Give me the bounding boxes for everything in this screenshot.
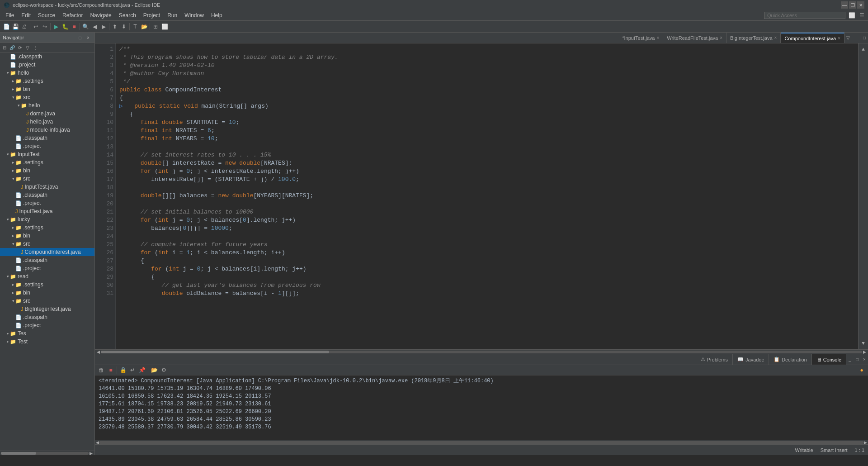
back-button[interactable]: ◀ bbox=[90, 22, 99, 31]
tree-item-src[interactable]: ▾ 📁 src bbox=[0, 175, 94, 183]
tree-item-.project[interactable]: 📄 .project bbox=[0, 199, 94, 207]
tree-item-bin[interactable]: ▸ 📁 bin bbox=[0, 85, 94, 93]
scroll-bottom-icon[interactable]: ▼ bbox=[859, 339, 868, 347]
forward-button[interactable]: ▶ bbox=[99, 22, 108, 31]
bottom-close-button[interactable]: × bbox=[861, 356, 868, 363]
console-hscrollbar[interactable]: ◀ ▶ bbox=[95, 440, 868, 444]
menu-project[interactable]: Project bbox=[140, 11, 164, 19]
navigator-minimize-button[interactable]: _ bbox=[68, 34, 75, 41]
tree-item-.settings[interactable]: ▸ 📁 .settings bbox=[0, 77, 94, 85]
menu-run[interactable]: Run bbox=[164, 11, 181, 19]
tab-close-0[interactable]: × bbox=[656, 35, 659, 40]
tab-close-3[interactable]: × bbox=[838, 36, 840, 41]
code-content[interactable]: /** * This program shows how to store ta… bbox=[116, 43, 858, 349]
tab-close-2[interactable]: × bbox=[774, 35, 777, 40]
next-edit-button[interactable]: ⬇ bbox=[119, 22, 128, 31]
editor-tab-1[interactable]: WriteReadFileTest.java× bbox=[663, 33, 726, 43]
undo-button[interactable]: ↩ bbox=[31, 22, 40, 31]
tree-item-.classpath[interactable]: 📄 .classpath bbox=[0, 52, 94, 61]
tree-item-dome.java[interactable]: J dome.java bbox=[0, 109, 94, 118]
tree-item-bin[interactable]: ▸ 📁 bin bbox=[0, 289, 94, 297]
console-hscroll-right[interactable]: ▶ bbox=[864, 440, 867, 445]
tree-item-.classpath[interactable]: 📄 .classpath bbox=[0, 191, 94, 199]
editor-tab-3[interactable]: CompoundInterest.java× bbox=[781, 33, 844, 43]
console-display-button[interactable]: ● bbox=[857, 366, 866, 375]
debug-button[interactable]: 🐛 bbox=[61, 22, 70, 31]
save-button[interactable]: 💾 bbox=[11, 22, 20, 31]
bottom-maximize-button[interactable]: □ bbox=[854, 356, 861, 363]
new-button[interactable]: 📄 bbox=[2, 22, 11, 31]
tree-item-bin[interactable]: ▸ 📁 bin bbox=[0, 232, 94, 240]
console-stop-button[interactable]: ■ bbox=[106, 366, 115, 375]
editor-minimize-button[interactable]: _ bbox=[854, 34, 861, 42]
bottom-tab-declaration[interactable]: 📋Declaration bbox=[769, 354, 812, 365]
bottom-tab-javadoc[interactable]: 📖Javadoc bbox=[733, 354, 769, 365]
perspective-button[interactable]: ⊞ bbox=[151, 22, 160, 31]
console-open-button[interactable]: 📂 bbox=[150, 366, 159, 375]
tree-item-src[interactable]: ▾ 📁 src bbox=[0, 297, 94, 305]
stop-button[interactable]: ■ bbox=[70, 22, 79, 31]
menu-source[interactable]: Source bbox=[34, 11, 59, 19]
menu-search[interactable]: Search bbox=[115, 11, 140, 19]
tree-item-hello[interactable]: ▾ 📁 hello bbox=[0, 101, 94, 109]
tree-item-bigintegertest.java[interactable]: J BigIntegerTest.java bbox=[0, 305, 94, 313]
hscroll-right-button[interactable]: ▶ bbox=[862, 350, 867, 354]
tree-item-read[interactable]: ▾ 📁 read bbox=[0, 272, 94, 281]
code-hscrollbar[interactable]: ◀ ▶ bbox=[95, 349, 868, 354]
tab-list-button[interactable]: ▽ bbox=[844, 34, 852, 42]
close-button[interactable]: ✕ bbox=[857, 1, 864, 9]
tab-close-1[interactable]: × bbox=[720, 35, 722, 40]
tree-item-.project[interactable]: 📄 .project bbox=[0, 321, 94, 329]
menu-file[interactable]: File bbox=[2, 11, 18, 19]
menu-window[interactable]: Window bbox=[181, 11, 208, 19]
toolbar-icon-1[interactable]: ⬜ bbox=[847, 11, 856, 20]
tree-item-lucky[interactable]: ▾ 📁 lucky bbox=[0, 215, 94, 223]
scroll-top-icon[interactable]: ▲ bbox=[859, 45, 868, 53]
tree-item-test[interactable]: ▸ 📁 Test bbox=[0, 338, 94, 346]
toolbar-icon-2[interactable]: ☰ bbox=[857, 11, 866, 20]
tree-item-hello.java[interactable]: J hello.java bbox=[0, 118, 94, 126]
tree-item-.settings[interactable]: ▸ 📁 .settings bbox=[0, 223, 94, 232]
editor-tab-2[interactable]: BigIntegerTest.java× bbox=[726, 33, 781, 43]
tree-item-.settings[interactable]: ▸ 📁 .settings bbox=[0, 281, 94, 289]
tree-item-compoundinterest.java[interactable]: J CompoundInterest.java bbox=[0, 248, 94, 256]
open-type-button[interactable]: T bbox=[131, 22, 140, 31]
nav-collapse-button[interactable]: ⊟ bbox=[1, 44, 8, 51]
tree-item-inputtest.java[interactable]: J InputTest.java bbox=[0, 183, 94, 191]
run-button[interactable]: ▶ bbox=[52, 22, 61, 31]
editor-maximize-button[interactable]: □ bbox=[861, 34, 868, 42]
tree-item-.settings[interactable]: ▸ 📁 .settings bbox=[0, 158, 94, 166]
nav-scrollbar-right[interactable]: ▶ bbox=[89, 451, 94, 456]
console-word-wrap-button[interactable]: ↵ bbox=[128, 366, 137, 375]
console-pin-button[interactable]: 📌 bbox=[137, 366, 146, 375]
prev-edit-button[interactable]: ⬆ bbox=[110, 22, 119, 31]
nav-menu-button[interactable]: ⋮ bbox=[32, 44, 39, 51]
tree-item-src[interactable]: ▾ 📁 src bbox=[0, 93, 94, 101]
console-props-button[interactable]: ⚙ bbox=[159, 366, 168, 375]
open-resource-button[interactable]: 📂 bbox=[140, 22, 149, 31]
redo-button[interactable]: ↪ bbox=[40, 22, 49, 31]
hscroll-left-button[interactable]: ◀ bbox=[96, 350, 101, 354]
tree-item-inputtest[interactable]: ▾ 📁 InputTest bbox=[0, 150, 94, 158]
tree-item-.project[interactable]: 📄 .project bbox=[0, 142, 94, 150]
navigator-maximize-button[interactable]: □ bbox=[76, 34, 84, 41]
maximize-view-button[interactable]: ⬜ bbox=[160, 22, 169, 31]
tree-item-tes[interactable]: ▸ 📁 Tes bbox=[0, 329, 94, 338]
nav-refresh-button[interactable]: ⟳ bbox=[16, 44, 24, 51]
print-button[interactable]: 🖨 bbox=[20, 22, 29, 31]
tree-item-inputtest.java[interactable]: J InputTest.java bbox=[0, 207, 94, 215]
search-button[interactable]: 🔍 bbox=[81, 22, 90, 31]
menu-edit[interactable]: Edit bbox=[18, 11, 34, 19]
console-clear-button[interactable]: 🗑 bbox=[97, 366, 106, 375]
tree-item-.project[interactable]: 📄 .project bbox=[0, 61, 94, 69]
tree-item-bin[interactable]: ▸ 📁 bin bbox=[0, 166, 94, 175]
console-hscroll-left[interactable]: ◀ bbox=[96, 440, 99, 445]
menu-refactor[interactable]: Refactor bbox=[59, 11, 86, 19]
minimize-button[interactable]: — bbox=[841, 1, 848, 9]
tree-item-.project[interactable]: 📄 .project bbox=[0, 264, 94, 272]
nav-link-button[interactable]: 🔗 bbox=[9, 44, 16, 51]
menu-help[interactable]: Help bbox=[208, 11, 226, 19]
quick-access-input[interactable] bbox=[764, 12, 845, 19]
navigator-close-button[interactable]: × bbox=[85, 34, 92, 41]
nav-filter-button[interactable]: ▽ bbox=[24, 44, 31, 51]
